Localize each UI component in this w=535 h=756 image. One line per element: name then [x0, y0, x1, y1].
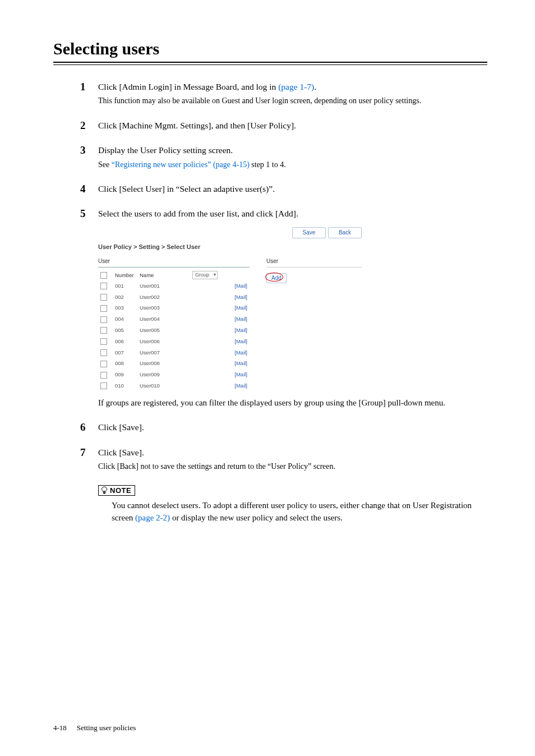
table-row: 007User007[Mail] [98, 347, 250, 358]
note-label-text: NOTE [110, 486, 131, 495]
row-name: User004 [137, 314, 190, 325]
step-2-text: Click [Machine Mgmt. Settings], and then… [98, 119, 487, 132]
mail-link[interactable]: [Mail] [234, 360, 247, 366]
annotation-ellipse [265, 273, 283, 282]
step-7-sub: Click [Back] not to save the settings an… [98, 461, 487, 472]
screenshot-toolbar: Save Back [98, 226, 362, 243]
step-4-text: Click [Select User] in “Select an adapti… [98, 183, 487, 195]
table-row: 004User004[Mail] [98, 314, 250, 325]
row-name: User010 [137, 380, 190, 391]
step-4: Click [Select User] in “Select an adapti… [98, 183, 487, 195]
row-name: User008 [137, 358, 190, 369]
step-3: Display the User Policy setting screen. … [98, 144, 487, 170]
step-5: Select the users to add from the user li… [98, 208, 487, 409]
table-row: 009User009[Mail] [98, 369, 250, 380]
step-1: Click [Admin Login] in Message Board, an… [98, 81, 487, 107]
step-3-text: Display the User Policy setting screen. [98, 144, 487, 156]
user-target-panel: User Add [250, 256, 362, 391]
row-checkbox[interactable] [100, 294, 107, 301]
user-table-body: 001User001[Mail] 002User002[Mail] 003Use… [98, 280, 250, 391]
row-name: User001 [137, 280, 190, 292]
step-5-text: Select the users to add from the user li… [98, 208, 487, 220]
row-checkbox[interactable] [100, 327, 107, 334]
row-number: 002 [113, 292, 137, 303]
page-number: 4-18 [53, 723, 67, 732]
user-source-panel: User Number Name Group [98, 256, 250, 391]
note-body: You cannot deselect users. To adopt a di… [112, 500, 487, 524]
title-rule [53, 62, 487, 65]
select-user-screenshot: Save Back User Policy > Setting > Select… [98, 226, 362, 391]
table-row: 005User005[Mail] [98, 325, 250, 336]
row-checkbox[interactable] [100, 372, 107, 379]
target-panel-head: User [266, 256, 362, 268]
row-number: 001 [113, 280, 137, 292]
row-number: 005 [113, 325, 137, 336]
row-checkbox[interactable] [100, 361, 107, 367]
step-1-text: Click [Admin Login] in Message Board, an… [98, 81, 487, 93]
breadcrumb: User Policy > Setting > Select User [98, 243, 362, 252]
select-all-checkbox[interactable] [100, 272, 107, 279]
row-checkbox[interactable] [100, 316, 107, 323]
mail-link[interactable]: [Mail] [234, 338, 247, 344]
col-name: Name [137, 270, 190, 280]
table-row: 002User002[Mail] [98, 292, 250, 303]
row-number: 004 [113, 314, 137, 325]
row-checkbox[interactable] [100, 382, 107, 389]
step-3-sub: See “Registering new user policies” (pag… [98, 159, 487, 170]
group-select[interactable]: Group [192, 271, 218, 279]
step-7: Click [Save]. Click [Back] not to save t… [98, 446, 487, 473]
table-row: 003User003[Mail] [98, 302, 250, 314]
row-name: User002 [137, 292, 190, 303]
row-name: User005 [137, 325, 190, 336]
mail-link[interactable]: [Mail] [234, 294, 247, 300]
step-1-post: . [314, 82, 316, 91]
row-number: 007 [113, 347, 137, 358]
table-row: 001User001[Mail] [98, 280, 250, 292]
mail-link[interactable]: [Mail] [234, 305, 247, 311]
table-row: 010User010[Mail] [98, 380, 250, 391]
row-checkbox[interactable] [100, 338, 107, 345]
row-checkbox[interactable] [100, 283, 107, 289]
page-ref-1-7[interactable]: (page 1-7) [278, 82, 314, 91]
note-block: NOTE You cannot deselect users. To adopt… [98, 485, 487, 524]
step-5-note: If groups are registered, you can filter… [98, 397, 487, 409]
mail-link[interactable]: [Mail] [234, 382, 247, 389]
step-6: Click [Save]. [98, 421, 487, 434]
row-name: User003 [137, 302, 190, 314]
row-name: User007 [137, 347, 190, 358]
page-footer: 4-18Setting user policies [53, 723, 136, 732]
back-button[interactable]: Back [328, 227, 362, 239]
note-body-post: or display the new user policy and selec… [170, 513, 343, 522]
step-3-sub-post: step 1 to 4. [250, 160, 286, 169]
row-number: 003 [113, 302, 137, 314]
table-row: 008User008[Mail] [98, 358, 250, 369]
row-checkbox[interactable] [100, 349, 107, 356]
page-ref-2-2[interactable]: (page 2-2) [135, 513, 170, 522]
step-1-pre: Click [Admin Login] in Message Board, an… [98, 82, 278, 91]
step-1-sub: This function may also be available on G… [98, 95, 487, 107]
mail-link[interactable]: [Mail] [234, 349, 247, 356]
footer-section: Setting user policies [77, 723, 136, 732]
row-name: User006 [137, 336, 190, 347]
row-number: 009 [113, 369, 137, 380]
user-table: Number Name Group 001User001[Mail] 002Us… [98, 270, 250, 391]
row-name: User009 [137, 369, 190, 380]
row-checkbox[interactable] [100, 305, 107, 312]
row-number: 010 [113, 380, 137, 391]
table-row: 006User006[Mail] [98, 336, 250, 347]
steps-list: Click [Admin Login] in Message Board, an… [98, 81, 487, 473]
mail-link[interactable]: [Mail] [234, 371, 247, 377]
step-2: Click [Machine Mgmt. Settings], and then… [98, 119, 487, 132]
step-3-sub-pre: See [98, 160, 112, 169]
page-ref-4-15[interactable]: “Registering new user policies” (page 4-… [112, 160, 250, 169]
note-label: NOTE [98, 485, 135, 496]
page-title: Selecting users [53, 39, 487, 59]
step-6-text: Click [Save]. [98, 421, 487, 434]
mail-link[interactable]: [Mail] [234, 283, 247, 289]
step-7-text: Click [Save]. [98, 446, 487, 459]
source-panel-head: User [98, 256, 250, 268]
mail-link[interactable]: [Mail] [234, 327, 247, 333]
save-button[interactable]: Save [292, 227, 326, 239]
row-number: 008 [113, 358, 137, 369]
mail-link[interactable]: [Mail] [234, 316, 247, 322]
